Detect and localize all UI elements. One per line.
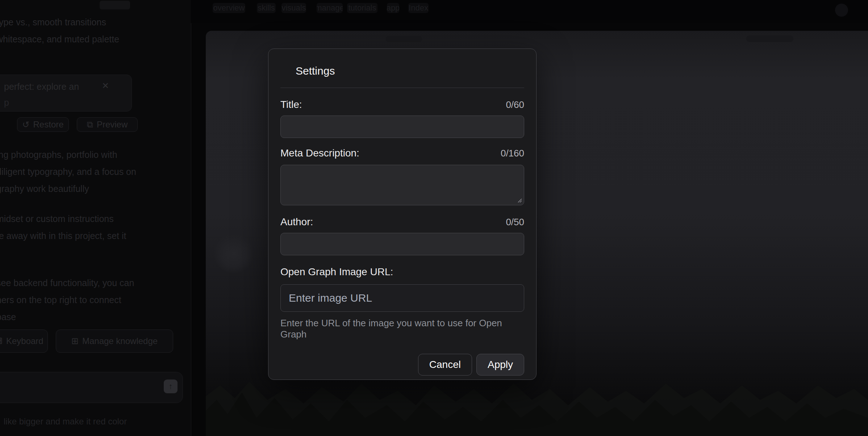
author-char-counter: 0/50 [506, 217, 524, 228]
settings-modal: Settings Title: 0/60 Meta Description: 0… [268, 49, 537, 380]
resize-handle-icon[interactable] [517, 197, 522, 203]
title-label: Title: [280, 99, 302, 110]
meta-description-label: Meta Description: [280, 147, 359, 159]
cancel-button[interactable]: Cancel [418, 354, 472, 376]
title-input[interactable] [280, 116, 524, 138]
apply-button[interactable]: Apply [476, 354, 524, 376]
author-input[interactable] [280, 233, 524, 255]
og-image-url-input[interactable] [280, 284, 524, 312]
og-image-url-helper-text: Enter the URL of the image you want to u… [280, 318, 524, 340]
title-char-counter: 0/60 [506, 99, 524, 110]
meta-description-textarea[interactable] [280, 165, 524, 205]
modal-title: Settings [296, 63, 536, 79]
author-label: Author: [280, 216, 313, 228]
meta-description-char-counter: 0/160 [501, 148, 524, 159]
app-root: type vs., smooth transitions whitespace,… [0, 0, 868, 436]
og-image-url-label: Open Graph Image URL: [280, 266, 393, 278]
